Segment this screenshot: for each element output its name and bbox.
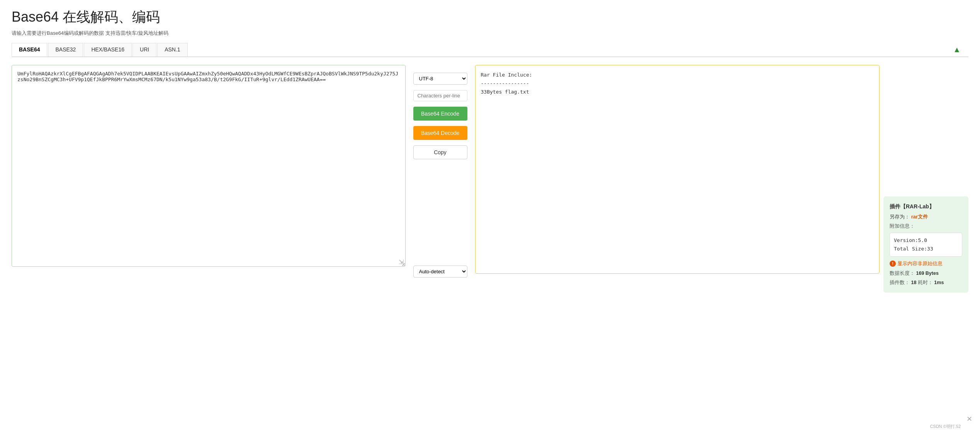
controls-panel: UTF-8 GBK Latin-1 Base64 Encode Base64 D… <box>406 65 475 281</box>
tab-uri[interactable]: URI <box>132 43 156 56</box>
additional-info-label: 附加信息： <box>890 221 962 230</box>
decode-button[interactable]: Base64 Decode <box>413 126 467 140</box>
side-plugin-panel: 插件【RAR-Lab】 另存为： rar文件 附加信息： Version:5.0… <box>883 196 968 293</box>
plugin-version: Version:5.0 <box>894 236 958 245</box>
time-label: 耗时： <box>918 280 933 285</box>
data-length-row: 数据长度： 169 Bytes <box>890 269 962 278</box>
warning-label: 显示内容非原始信息 <box>897 259 943 268</box>
warning-icon: ! <box>890 261 896 267</box>
save-as-label: 另存为： <box>890 214 910 220</box>
plugin-box: 插件【RAR-Lab】 另存为： rar文件 附加信息： Version:5.0… <box>883 196 968 293</box>
controls-full-height: UTF-8 GBK Latin-1 Base64 Encode Base64 D… <box>413 69 467 278</box>
main-area: UmFylRoHAQAzkrXlCgEFBgAFAQGAgADh7ek5VQID… <box>12 65 968 293</box>
tabs-left: BASE64 BASE32 HEX/BASE16 URI ASN.1 <box>12 43 189 56</box>
time-value: 1ms <box>934 280 944 285</box>
warning-row: ! 显示内容非原始信息 <box>890 259 962 268</box>
base64-input[interactable]: UmFylRoHAQAzkrXlCgEFBgAFAQGAgADh7ek5VQID… <box>12 65 405 266</box>
plugin-title: 插件【RAR-Lab】 <box>890 202 962 211</box>
encode-button[interactable]: Base64 Encode <box>413 107 467 121</box>
plugin-save-as: 另存为： rar文件 <box>890 212 962 221</box>
plugin-info-box: Version:5.0 Total Size:33 <box>890 233 962 257</box>
output-panel: Rar File Incluce: ---------------- 33Byt… <box>475 65 880 274</box>
chars-per-line-input[interactable] <box>413 90 467 101</box>
data-length-label: 数据长度： <box>890 271 915 276</box>
save-as-value: rar文件 <box>911 214 928 220</box>
input-panel: UmFylRoHAQAzkrXlCgEFBgAFAQGAgADh7ek5VQID… <box>12 65 406 267</box>
tab-base32[interactable]: BASE32 <box>48 43 83 56</box>
tab-hex-base16[interactable]: HEX/BASE16 <box>84 43 132 56</box>
tabs-bar: BASE64 BASE32 HEX/BASE16 URI ASN.1 ▲ <box>12 43 968 57</box>
page-subtitle: 请输入需要进行Base64编码或解码的数据 支持迅雷/快车/旋风地址解码 <box>12 30 968 37</box>
tab-asn1[interactable]: ASN.1 <box>157 43 187 56</box>
page-title: Base64 在线解码、编码 <box>12 8 968 27</box>
auto-detect-select[interactable]: Auto-detect Binary Text <box>413 266 467 278</box>
plugin-count-value: 18 <box>911 280 916 285</box>
tab-base64[interactable]: BASE64 <box>12 43 47 56</box>
chevron-up-icon[interactable]: ▲ <box>953 45 968 54</box>
encoding-select[interactable]: UTF-8 GBK Latin-1 <box>413 73 467 85</box>
plugin-count-row: 插件数： 18 耗时： 1ms <box>890 278 962 287</box>
copy-button[interactable]: Copy <box>413 145 467 159</box>
plugin-total-size: Total Size:33 <box>894 245 958 253</box>
output-text: Rar File Incluce: ---------------- 33Byt… <box>481 71 874 96</box>
data-length-value: 169 Bytes <box>916 271 938 276</box>
plugin-count-label: 插件数： <box>890 280 910 285</box>
